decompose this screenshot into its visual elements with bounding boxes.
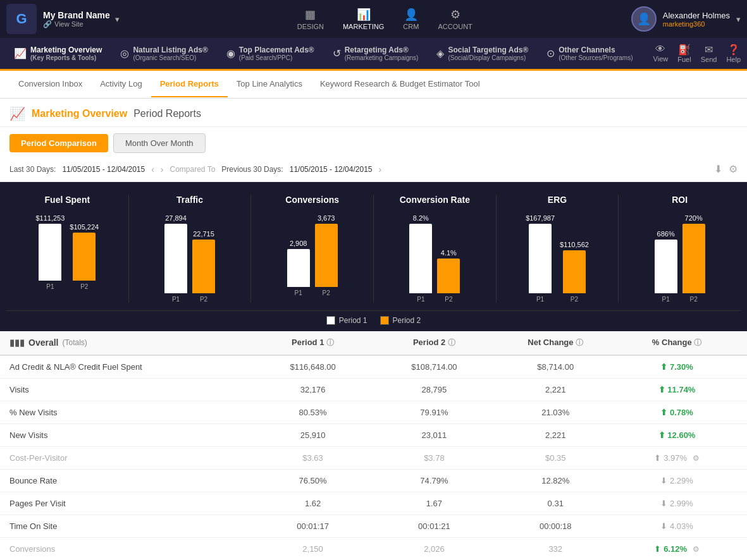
row-p2-2: 79.91% (373, 408, 495, 417)
tab-activity-log[interactable]: Activity Log (91, 71, 151, 97)
bar-fuel-p1: $111,253 P1 (35, 214, 65, 290)
subnav-desc-marketing: (Key Reports & Tools) (30, 54, 102, 61)
subnav-top-placement[interactable]: ◉ Top Placement Ads® (Paid Search/PPC) (219, 42, 322, 64)
bars-conversions: 2,908 P1 3,673 P2 (287, 214, 338, 296)
subnav-other[interactable]: ⊙ Other Channels (Other Sources/Programs… (539, 42, 640, 64)
action-help[interactable]: ❓ Help (726, 44, 741, 63)
bars-roi: 686% P1 720% P2 (655, 214, 705, 303)
subnav-desc-social: (Social/Display Campaigns) (448, 54, 528, 61)
legend-swatch-p1 (326, 316, 335, 325)
nav-marketing[interactable]: 📊 MARKETING (343, 8, 384, 30)
subnav-title-social: Social Targeting Ads® (448, 46, 528, 54)
th-net-info[interactable]: ⓘ (576, 338, 583, 347)
overall-bar-icon: ▮▮▮ (9, 338, 25, 348)
bar-fuel-p2: $105,224 P2 (70, 223, 99, 290)
chart-col-fuel: Fuel Spent $111,253 P1 $105,224 P2 (6, 195, 129, 303)
bar-conv-p2: 3,673 P2 (315, 214, 338, 296)
retargeting-icon: ↺ (333, 47, 341, 59)
prev30-date: 11/05/2015 - 12/04/2015 (290, 165, 373, 174)
date-nav-left[interactable]: ‹ (151, 164, 154, 174)
subnav-natural-listing[interactable]: ◎ Natural Listing Ads® (Organic Search/S… (113, 42, 215, 64)
date-row: Last 30 Days: 11/05/2015 - 12/04/2015 ‹ … (0, 159, 747, 182)
tab-period-reports[interactable]: Period Reports (151, 71, 228, 97)
th-net-change: Net Change ⓘ (495, 338, 616, 348)
view-site-link[interactable]: 🔗 View Site (43, 20, 110, 28)
up-arrow-8: ⬆ (654, 544, 661, 554)
prev-nav-right[interactable]: › (379, 164, 382, 174)
th-p2: Period 2 ⓘ (373, 338, 495, 348)
row-p2-4: $3.78 (373, 453, 495, 463)
action-send[interactable]: ✉ Send (701, 44, 717, 63)
settings-icon[interactable]: ⚙ (729, 163, 738, 175)
row-net-8: 332 (495, 544, 616, 554)
fuel-icon: ⛽ (677, 44, 691, 56)
row-settings-icon-8[interactable]: ⚙ (693, 545, 700, 554)
nav-crm[interactable]: 👤 CRM (403, 8, 419, 30)
logo[interactable]: G (6, 4, 37, 34)
subnav-social[interactable]: ◈ Social Targeting Ads® (Social/Display … (429, 42, 536, 64)
main-nav: ▦ DESIGN 📊 MARKETING 👤 CRM ⚙ ACCOUNT (139, 8, 631, 30)
subnav-title-other: Other Channels (559, 46, 633, 54)
last30-date: 11/05/2015 - 12/04/2015 (62, 165, 145, 174)
row-pct-2: ⬆ 0.78% (616, 408, 738, 417)
nav-account[interactable]: ⚙ ACCOUNT (438, 8, 472, 30)
subnav-retargeting[interactable]: ↺ Retargeting Ads® (Remarketing Campaign… (325, 42, 426, 64)
down-arrow-6: ⬇ (660, 499, 667, 508)
chart-col-erg: ERG $167,987 P1 $110,562 P2 (497, 195, 619, 303)
th-pct-info[interactable]: ⓘ (694, 338, 701, 347)
subnav-marketing-overview[interactable]: 📈 Marketing Overview (Key Reports & Tool… (6, 42, 109, 64)
bar-traffic-p2: 22,715 P2 (192, 230, 215, 303)
nav-design[interactable]: ▦ DESIGN (297, 8, 324, 30)
tabs-bar: Conversion Inbox Activity Log Period Rep… (0, 71, 747, 99)
link-icon: 🔗 (43, 20, 52, 28)
send-icon: ✉ (701, 44, 717, 56)
table-row: Pages Per Visit 1.62 1.67 0.31 ⬇ 2.99% (0, 492, 747, 515)
page-title-sub: Period Reports (133, 108, 201, 119)
sub-nav: 📈 Marketing Overview (Key Reports & Tool… (0, 38, 747, 71)
tab-top-line[interactable]: Top Line Analytics (228, 71, 311, 97)
row-p1-1: 32,176 (252, 385, 374, 394)
table-row: Ad Credit & NLA® Credit Fuel Spent $116,… (0, 356, 747, 379)
row-pct-3: ⬆ 12.60% (616, 430, 738, 440)
row-p2-3: 23,011 (373, 430, 495, 440)
row-p1-8: 2,150 (252, 544, 374, 554)
row-settings-icon-4[interactable]: ⚙ (693, 454, 700, 463)
row-p1-3: 25,910 (252, 430, 374, 440)
action-fuel[interactable]: ⛽ Fuel (677, 44, 691, 63)
legend-p2: Period 2 (380, 316, 421, 325)
chart-col-traffic: Traffic 27,894 P1 22,715 P2 (129, 195, 252, 303)
bar-roi-p2: 720% P2 (682, 214, 705, 303)
date-nav-right[interactable]: › (161, 164, 164, 174)
row-pct-5: ⬇ 2.29% (616, 476, 738, 485)
legend-p1: Period 1 (326, 316, 367, 325)
brand-dropdown-icon[interactable]: ▾ (115, 15, 120, 24)
th-p1: Period 1 ⓘ (252, 338, 374, 348)
btn-period-comparison[interactable]: Period Comparison (9, 134, 108, 152)
row-p2-5: 74.79% (373, 476, 495, 485)
bar-convrate-p1: 8.2% P1 (409, 214, 432, 303)
bar-convrate-p2: 4.1% P2 (437, 249, 460, 303)
up-arrow-2: ⬆ (660, 408, 667, 417)
page-header-icon: 📈 (9, 106, 25, 121)
view-icon: 👁 (653, 44, 669, 55)
bar-erg-p2: $110,562 P2 (560, 241, 589, 303)
table-row: % New Visits 80.53% 79.91% 21.03% ⬆ 0.78… (0, 401, 747, 424)
chart-title-traffic: Traffic (176, 195, 203, 205)
tab-keyword-research[interactable]: Keyword Research & Budget Estimator Tool (311, 71, 489, 97)
bars-conv-rate: 8.2% P1 4.1% P2 (409, 214, 460, 303)
row-net-0: $8,714.00 (495, 362, 616, 372)
brand-name[interactable]: My Brand Name (43, 10, 110, 20)
action-view[interactable]: 👁 View (653, 44, 669, 63)
btn-month-over-month[interactable]: Month Over Month (113, 133, 206, 153)
subnav-title-retargeting: Retargeting Ads® (345, 46, 419, 54)
download-icon[interactable]: ⬇ (714, 163, 722, 175)
tab-conversion-inbox[interactable]: Conversion Inbox (9, 71, 91, 97)
up-arrow-0: ⬆ (660, 362, 667, 372)
down-arrow-4: ⬆ (654, 453, 661, 463)
chart-area: Fuel Spent $111,253 P1 $105,224 P2 Traff… (0, 182, 747, 331)
data-table: ▮▮▮ Overall (Totals) Period 1 ⓘ Period 2… (0, 331, 747, 560)
th-p2-info[interactable]: ⓘ (448, 338, 455, 347)
user-dropdown-icon[interactable]: ▾ (736, 15, 741, 24)
th-p1-info[interactable]: ⓘ (326, 338, 334, 347)
row-net-6: 0.31 (495, 499, 616, 508)
